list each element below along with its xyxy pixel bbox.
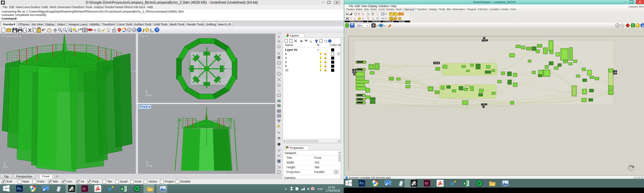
svg-text:▾: ▾ — [376, 24, 378, 27]
svg-text:Q: Q — [642, 24, 644, 27]
svg-text:12:16: 12:16 — [328, 186, 335, 189]
svg-text:ESP: ESP — [318, 188, 323, 191]
svg-text:Id: Id — [83, 187, 86, 191]
svg-text:e: e — [108, 185, 112, 192]
svg-text:17/10/2018: 17/10/2018 — [326, 189, 340, 192]
svg-text:▾: ▾ — [367, 24, 368, 27]
svg-text:e: e — [450, 180, 454, 187]
svg-text:Id: Id — [425, 181, 428, 185]
svg-text:33%: 33% — [357, 24, 363, 27]
svg-text:x: x — [121, 187, 123, 191]
svg-text:Ps: Ps — [17, 187, 22, 191]
svg-text:Ps: Ps — [360, 181, 364, 185]
svg-text:▾: ▾ — [384, 25, 386, 27]
svg-text:x: x — [464, 181, 466, 185]
svg-text:?: ? — [329, 40, 331, 43]
svg-text:?: ? — [156, 28, 158, 32]
